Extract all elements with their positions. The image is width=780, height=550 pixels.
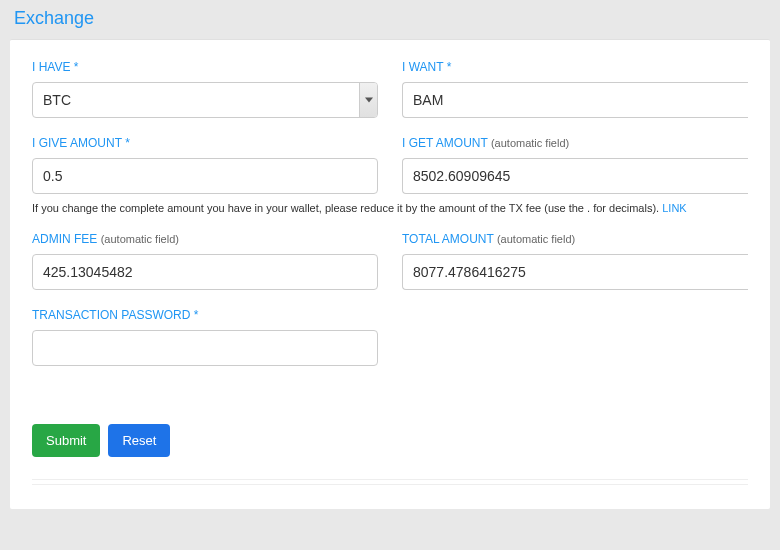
automatic-field-note: (automatic field) [491, 137, 569, 149]
help-text-content: If you change the complete amount you ha… [32, 202, 662, 214]
automatic-field-note: (automatic field) [497, 233, 575, 245]
label-text: TRANSACTION PASSWORD [32, 308, 190, 322]
field-i-want: I WANT * BAM [402, 60, 748, 118]
label-i-get-amount: I GET AMOUNT (automatic field) [402, 136, 748, 150]
i-get-amount-input[interactable] [402, 158, 748, 194]
label-text: I GIVE AMOUNT [32, 136, 122, 150]
admin-fee-input[interactable] [32, 254, 378, 290]
required-mark: * [447, 60, 452, 74]
field-i-give-amount: I GIVE AMOUNT * [32, 136, 378, 194]
label-text: I GET AMOUNT [402, 136, 488, 150]
submit-button[interactable]: Submit [32, 424, 100, 457]
label-text: I WANT [402, 60, 443, 74]
label-total-amount: TOTAL AMOUNT (automatic field) [402, 232, 748, 246]
i-want-select[interactable]: BAM [402, 82, 748, 118]
required-mark: * [74, 60, 79, 74]
label-i-want: I WANT * [402, 60, 748, 74]
i-have-value: BTC [33, 86, 359, 114]
button-row: Submit Reset [32, 424, 748, 457]
label-i-give-amount: I GIVE AMOUNT * [32, 136, 378, 150]
label-text: I HAVE [32, 60, 70, 74]
required-mark: * [125, 136, 130, 150]
field-admin-fee: ADMIN FEE (automatic field) [32, 232, 378, 290]
label-admin-fee: ADMIN FEE (automatic field) [32, 232, 378, 246]
transaction-password-input[interactable] [32, 330, 378, 366]
total-amount-input[interactable] [402, 254, 748, 290]
help-text: If you change the complete amount you ha… [32, 202, 748, 214]
field-i-get-amount: I GET AMOUNT (automatic field) [402, 136, 748, 194]
page-title: Exchange [0, 0, 780, 39]
reset-button[interactable]: Reset [108, 424, 170, 457]
empty-spacer [402, 308, 748, 366]
label-text: ADMIN FEE [32, 232, 97, 246]
label-transaction-password: TRANSACTION PASSWORD * [32, 308, 378, 322]
divider [32, 479, 748, 485]
i-give-amount-input[interactable] [32, 158, 378, 194]
i-have-select[interactable]: BTC [32, 82, 378, 118]
field-i-have: I HAVE * BTC [32, 60, 378, 118]
required-mark: * [194, 308, 199, 322]
automatic-field-note: (automatic field) [101, 233, 179, 245]
label-i-have: I HAVE * [32, 60, 378, 74]
i-want-value: BAM [403, 86, 748, 114]
field-total-amount: TOTAL AMOUNT (automatic field) [402, 232, 748, 290]
label-text: TOTAL AMOUNT [402, 232, 494, 246]
chevron-down-icon [359, 83, 377, 117]
help-link[interactable]: LINK [662, 202, 686, 214]
form-card: I HAVE * BTC I WANT * BAM I GIVE AMOUNT [10, 39, 770, 509]
field-transaction-password: TRANSACTION PASSWORD * [32, 308, 378, 366]
